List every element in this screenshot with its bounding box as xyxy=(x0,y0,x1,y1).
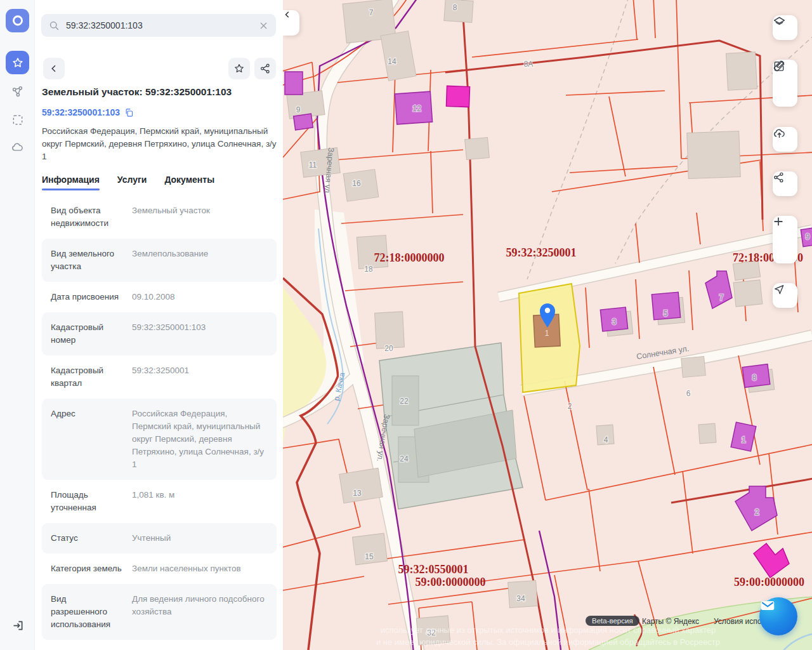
layers-icon xyxy=(773,15,786,29)
share-button[interactable] xyxy=(254,58,276,79)
search-bar[interactable] xyxy=(41,14,276,37)
table-row: Дата присвоения09.10.2008 xyxy=(42,282,277,312)
map-share-button[interactable] xyxy=(773,171,797,196)
search-input[interactable] xyxy=(66,20,259,30)
logout-button[interactable] xyxy=(10,617,26,633)
svg-text:4: 4 xyxy=(604,435,608,444)
svg-text:59:00:0000000: 59:00:0000000 xyxy=(416,576,486,588)
svg-text:9: 9 xyxy=(806,232,810,241)
object-address: Российская Федерация, Пермский край, мун… xyxy=(42,125,277,163)
edit-button[interactable] xyxy=(773,83,797,107)
svg-text:5: 5 xyxy=(664,309,668,318)
beta-badge: Beta-версия xyxy=(586,616,639,626)
selection-square-icon xyxy=(11,114,24,126)
icon-rail xyxy=(0,0,35,650)
zoom-out-button[interactable] xyxy=(773,240,797,263)
svg-text:2: 2 xyxy=(568,402,572,411)
share-icon xyxy=(773,171,785,183)
svg-text:11: 11 xyxy=(309,161,317,169)
object-details: Земельный участок: 59:32:3250001:103 59:… xyxy=(42,86,277,650)
svg-text:72:18:0000000: 72:18:0000000 xyxy=(374,251,445,264)
search-icon xyxy=(49,20,60,31)
map-copyright[interactable]: Карты © Яндекс xyxy=(642,617,699,626)
app-window: Земельный участок: 59:32:3250001:103 59:… xyxy=(0,0,812,650)
table-row: Площадь уточненная1,081 кв. м xyxy=(42,480,277,523)
favorite-button[interactable] xyxy=(228,58,250,79)
edit-square-icon xyxy=(773,60,785,72)
svg-text:12: 12 xyxy=(412,104,421,113)
back-button[interactable] xyxy=(43,58,65,79)
layers-button[interactable] xyxy=(773,15,797,40)
cadastral-map[interactable]: 1 7 8 8A 14 12 9 11 16 18 20 22 24 13 xyxy=(283,0,812,650)
cloud-upload-icon xyxy=(773,127,786,140)
tab-bar: Информация Услуги Документы xyxy=(42,175,277,190)
svg-text:7: 7 xyxy=(369,8,374,17)
svg-text:6: 6 xyxy=(686,389,691,398)
svg-text:16: 16 xyxy=(352,179,361,188)
tab-documents[interactable]: Документы xyxy=(164,175,214,190)
graph-nodes-icon xyxy=(11,85,24,98)
app-logo[interactable] xyxy=(6,9,29,32)
clear-search-icon[interactable] xyxy=(259,21,268,30)
svg-text:18: 18 xyxy=(364,265,373,274)
envelope-icon xyxy=(759,597,776,614)
collapse-panel-button[interactable] xyxy=(283,10,299,36)
cadastral-number-link[interactable]: 59:32:3250001:103 xyxy=(42,107,120,117)
star-icon xyxy=(11,56,24,69)
copy-icon[interactable] xyxy=(124,108,134,117)
star-icon xyxy=(233,63,245,74)
logo-icon xyxy=(11,14,25,28)
svg-text:9: 9 xyxy=(296,105,301,114)
selected-building-label: 1 xyxy=(545,329,549,338)
attributes-table: Вид объекта недвижимостиЗемельный участо… xyxy=(42,196,277,650)
table-row: АдресРоссийская Федерация, Пермский край… xyxy=(42,399,277,480)
svg-text:1: 1 xyxy=(742,435,746,444)
tab-services[interactable]: Услуги xyxy=(117,175,147,190)
measure-edit-group xyxy=(773,60,797,107)
table-row: Категория земельЗемли населенных пунктов xyxy=(42,554,277,584)
sidebar-item-layers-graph[interactable] xyxy=(6,80,29,103)
tab-information[interactable]: Информация xyxy=(42,175,100,190)
table-row: Форма собственностиЧастная xyxy=(42,640,277,650)
svg-text:15: 15 xyxy=(365,552,374,561)
table-row: СтатусУчтенный xyxy=(42,523,277,554)
svg-text:8: 8 xyxy=(453,3,457,12)
table-row: Вид земельного участкаЗемлепользование xyxy=(42,239,277,282)
upload-button[interactable] xyxy=(773,127,797,152)
svg-text:59:32:3250001: 59:32:3250001 xyxy=(506,246,577,259)
svg-text:32: 32 xyxy=(427,628,436,637)
svg-text:13: 13 xyxy=(353,489,362,498)
svg-text:34: 34 xyxy=(516,594,525,603)
cadastral-number-link-row: 59:32:3250001:103 xyxy=(42,107,277,117)
table-row: Кадастровый номер59:32:3250001:103 xyxy=(42,312,277,355)
svg-text:14: 14 xyxy=(388,57,396,66)
svg-text:59:00:0000000: 59:00:0000000 xyxy=(734,576,804,588)
chevron-left-icon xyxy=(283,10,292,19)
cloud-icon xyxy=(11,141,24,154)
sidebar-item-select-area[interactable] xyxy=(6,108,29,131)
support-chat-button[interactable] xyxy=(759,597,797,635)
zoom-control xyxy=(773,216,797,263)
svg-text:8A: 8A xyxy=(524,60,534,69)
chevron-left-icon xyxy=(49,63,59,74)
svg-text:20: 20 xyxy=(384,344,393,353)
object-header-toolbar xyxy=(43,58,275,79)
share-icon xyxy=(259,63,271,74)
object-info-panel: Земельный участок: 59:32:3250001:103 59:… xyxy=(35,0,283,650)
table-row: Вид объекта недвижимостиЗемельный участо… xyxy=(42,196,277,239)
map-canvas: 1 7 8 8A 14 12 9 11 16 18 20 22 24 13 xyxy=(283,0,812,650)
svg-text:2: 2 xyxy=(755,508,759,517)
locate-button[interactable] xyxy=(773,283,797,308)
svg-text:22: 22 xyxy=(400,397,409,406)
svg-text:3: 3 xyxy=(612,317,617,326)
navigation-arrow-icon xyxy=(773,283,785,296)
minus-icon xyxy=(773,216,784,227)
svg-text:7: 7 xyxy=(719,293,724,302)
sign-in-icon xyxy=(11,619,25,632)
svg-text:8: 8 xyxy=(752,373,757,382)
sidebar-item-favorites[interactable] xyxy=(6,51,29,74)
svg-text:59:32:0550001: 59:32:0550001 xyxy=(398,563,469,576)
sidebar-item-cloud[interactable] xyxy=(6,136,29,159)
terms-link[interactable]: Условия испол xyxy=(714,617,766,626)
gray-parcels xyxy=(379,343,523,509)
